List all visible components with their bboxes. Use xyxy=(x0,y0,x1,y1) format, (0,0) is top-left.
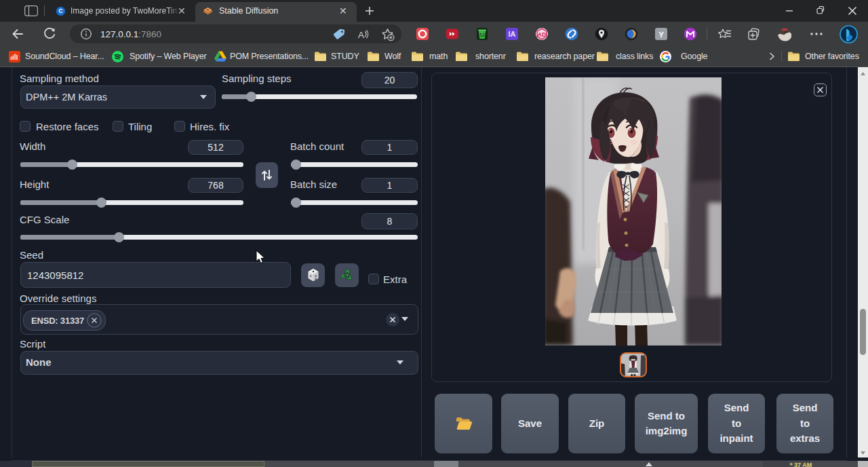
svg-text:IA: IA xyxy=(509,30,516,38)
svg-text:A: A xyxy=(358,30,364,40)
svg-text:Y: Y xyxy=(658,31,664,39)
svg-text:AD: AD xyxy=(538,31,546,38)
svg-text:C: C xyxy=(58,7,62,14)
